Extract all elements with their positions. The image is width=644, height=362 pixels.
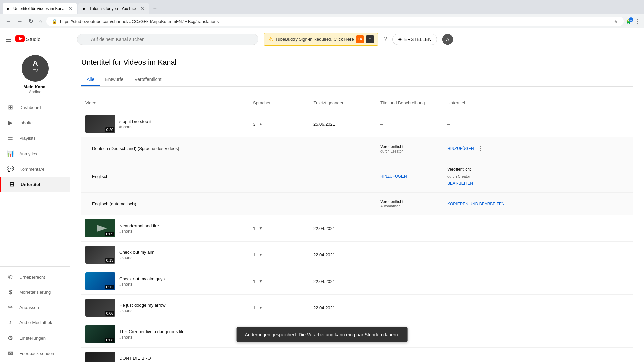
- date-cell-5: 22.04.2021: [309, 301, 376, 314]
- date-2: 22.04.2021: [313, 226, 335, 231]
- analytics-icon: 📊: [7, 150, 14, 157]
- video-thumb-1[interactable]: 0:20: [85, 115, 115, 133]
- hinzufuegen-deutsch-btn[interactable]: HINZUFÜGEN: [447, 146, 474, 151]
- dash-untertitel-1: –: [447, 122, 450, 127]
- sidebar-item-kommentare[interactable]: 💬 Kommentare: [0, 161, 70, 177]
- video-title-6: This Creeper live a dangerous life: [119, 329, 184, 334]
- tubebuddy-menu-icon: ≡: [366, 35, 374, 43]
- languages-cell-2: 1 ▼: [249, 222, 309, 235]
- chevron-1[interactable]: ▲: [259, 122, 263, 126]
- tubebuddy-banner[interactable]: ⚠ TubeBuddy Sign-in Required, Click Here…: [264, 33, 378, 46]
- sidebar-item-analytics[interactable]: 📊 Analytics: [0, 146, 70, 161]
- col-zuletzt: Zuletzt geändert: [309, 98, 376, 108]
- extensions-button[interactable]: 🧩 1: [626, 19, 632, 24]
- channel-avatar[interactable]: ATV: [22, 55, 49, 82]
- user-avatar[interactable]: A: [442, 34, 453, 45]
- inhalte-icon: ▶: [7, 119, 14, 126]
- video-title-7: DONT DIE BRO: [119, 356, 151, 361]
- languages-cell-1: 3 ▲: [249, 118, 309, 131]
- channel-info: ATV Mein Kanal Andino: [0, 50, 70, 100]
- tab-active[interactable]: ▶ Untertitel für Videos im Kanal ✕: [3, 3, 77, 14]
- sidebar-item-label-analytics: Analytics: [19, 151, 37, 156]
- video-title-1: stop it bro stop it: [119, 119, 151, 124]
- video-cell-4: 0:12 Check out my aim guys #shorts: [81, 268, 249, 294]
- sidebar-item-playlists[interactable]: ☰ Playlists: [0, 130, 70, 146]
- table-row: 0:09 Neanderthal and fire #shorts 1 ▼ 22…: [81, 215, 633, 242]
- sidebar-item-urheberrecht[interactable]: © Urheberrecht: [0, 269, 70, 285]
- sidebar-item-untertitel[interactable]: ⊟ Untertitel: [0, 177, 70, 192]
- sidebar-item-monetarisierung[interactable]: $ Monetarisierung: [0, 285, 70, 300]
- languages-cell-3: 1 ▼: [249, 248, 309, 261]
- sidebar-item-label-feedback: Feedback senden: [19, 351, 54, 356]
- nav-back-button[interactable]: ←: [4, 17, 13, 26]
- hinzufuegen-englisch-btn[interactable]: HINZUFÜGEN: [380, 174, 439, 179]
- duration-6: 0:08: [105, 338, 114, 342]
- tab-close-2[interactable]: ✕: [139, 5, 145, 12]
- language-count-5: 1: [253, 305, 255, 310]
- sidebar-item-audio-mediathek[interactable]: ♪ Audio-Mediathek: [0, 315, 70, 330]
- kopieren-englisch-btn[interactable]: KOPIEREN UND BEARBEITEN: [447, 202, 505, 206]
- browser-menu-button[interactable]: ⋮: [635, 18, 640, 25]
- help-button[interactable]: ?: [384, 36, 387, 43]
- video-info-6: This Creeper live a dangerous life #shor…: [119, 329, 184, 340]
- sidebar-item-inhalte[interactable]: ▶ Inhalte: [0, 115, 70, 130]
- sidebar-item-feedback[interactable]: ✉ Feedback senden: [0, 346, 70, 361]
- tab-veroeffentlicht[interactable]: Veröffentlicht: [129, 73, 167, 86]
- tab-close-1[interactable]: ✕: [67, 5, 73, 12]
- duration-1: 0:20: [105, 127, 114, 132]
- create-icon: ⊕: [398, 37, 402, 42]
- status-cell-auto: Veröffentlicht Automatisch: [376, 195, 443, 212]
- language-count-2: 1: [253, 226, 255, 231]
- chevron-4[interactable]: ▼: [259, 279, 263, 284]
- new-tab-button[interactable]: +: [150, 4, 159, 13]
- bearbeiten-englisch-btn[interactable]: BEARBEITEN: [447, 181, 473, 186]
- video-title-5: He just dodge my arrow: [119, 303, 165, 308]
- svg-text:A: A: [446, 37, 450, 42]
- nav-refresh-button[interactable]: ↻: [27, 16, 35, 26]
- video-title-2: Neanderthal and fire: [119, 223, 159, 228]
- chevron-2[interactable]: ▼: [259, 226, 263, 231]
- address-bar[interactable]: 🔒 https://studio.youtube.com/channel/UCC…: [46, 17, 624, 26]
- status-sub-englisch: durch Creator: [447, 174, 470, 178]
- dash-untertitel-6: –: [447, 332, 450, 337]
- titel-cell-2: –: [376, 222, 443, 235]
- nav-home-button[interactable]: ⌂: [37, 17, 44, 26]
- video-thumb-2[interactable]: 0:09: [85, 219, 115, 237]
- create-button[interactable]: ⊕ ERSTELLEN: [392, 34, 437, 45]
- table-row: 0:12 Check out my aim guys #shorts 1 ▼ 2…: [81, 268, 633, 295]
- video-thumb-3[interactable]: 0:13: [85, 246, 115, 264]
- status-cell-deutsch: Veröffentlicht durch Creator: [376, 140, 443, 157]
- video-tag-1: #shorts: [119, 125, 151, 129]
- tab-alle[interactable]: Alle: [81, 73, 100, 86]
- video-thumb-7[interactable]: [85, 352, 115, 362]
- duration-3: 0:13: [105, 258, 114, 263]
- video-thumb-4[interactable]: 0:12: [85, 272, 115, 290]
- chevron-5[interactable]: ▼: [259, 305, 263, 310]
- video-cell-3: 0:13 Check out my aim #shorts: [81, 242, 249, 268]
- tab-entwuerfe[interactable]: Entwürfe: [100, 73, 129, 86]
- status-auto: Veröffentlicht: [380, 199, 439, 204]
- lang-langs-deutsch: [249, 145, 309, 153]
- tab-inactive[interactable]: ▶ Tutorials for you - YouTube ✕: [78, 3, 149, 14]
- languages-cell-7: [249, 357, 309, 362]
- titel-cell-4: –: [376, 275, 443, 288]
- more-options-deutsch[interactable]: ⋮: [477, 144, 485, 153]
- search-input[interactable]: [77, 34, 258, 45]
- video-thumb-6[interactable]: 0:08: [85, 325, 115, 343]
- sidebar-item-anpassen[interactable]: ✏ Anpassen: [0, 300, 70, 315]
- action-cell-auto: KOPIEREN UND BEARBEITEN: [443, 197, 511, 210]
- table-row: 0:13 Check out my aim #shorts 1 ▼ 22.04.…: [81, 242, 633, 268]
- video-thumb-5[interactable]: 0:06: [85, 299, 115, 317]
- video-title-4: Check out my aim guys: [119, 276, 165, 281]
- nav-forward-button[interactable]: →: [15, 17, 24, 26]
- channel-name: Mein Kanal: [23, 84, 47, 89]
- sidebar-item-label-audio-mediathek: Audio-Mediathek: [19, 320, 52, 325]
- chevron-3[interactable]: ▼: [259, 252, 263, 257]
- col-titel: Titel und Beschreibung: [376, 98, 443, 108]
- hamburger-menu[interactable]: ☰: [5, 35, 11, 43]
- sidebar-item-einstellungen[interactable]: ⚙ Einstellungen: [0, 330, 70, 346]
- video-tag-5: #shorts: [119, 308, 165, 313]
- browser-chrome: ▶ Untertitel für Videos im Kanal ✕ ▶ Tut…: [0, 0, 644, 28]
- sidebar-item-dashboard[interactable]: ⊞ Dashboard: [0, 100, 70, 115]
- kommentare-icon: 💬: [7, 165, 14, 173]
